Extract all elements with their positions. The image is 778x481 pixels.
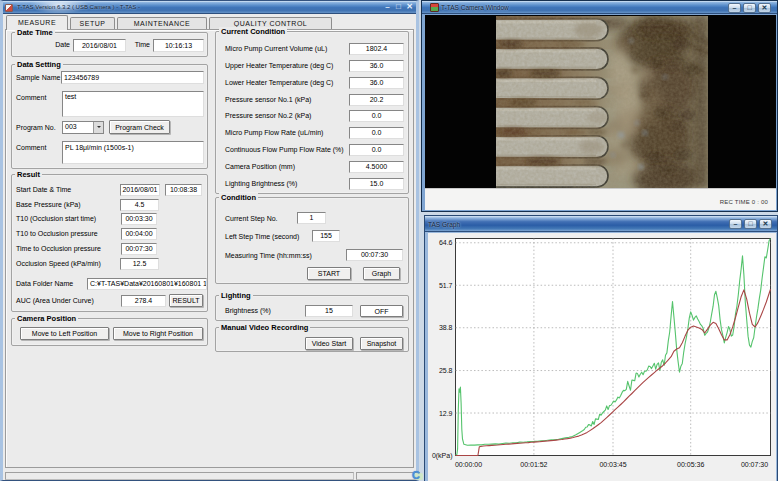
window-controls: – □ ✕: [383, 2, 414, 11]
date-label: Date: [42, 40, 70, 50]
cc-value-3: 20.2: [349, 94, 404, 106]
camera-window-title: T-TAS Camera Window: [441, 4, 509, 11]
brightness-label: Brightness (%): [225, 306, 271, 316]
group-current-condition: Current Condition Micro Pump Current Vol…: [215, 31, 409, 194]
move-left-button[interactable]: Move to Left Position: [20, 327, 109, 340]
sample-name-label: Sample Name: [16, 73, 60, 83]
auc-field: 278.4: [121, 295, 166, 307]
minimize-icon[interactable]: –: [383, 2, 392, 11]
x-tick-label: 00:01:52: [520, 461, 547, 468]
lighting-off-button[interactable]: OFF: [360, 305, 403, 317]
base-pressure-label: Base Pressure (kPa): [16, 200, 81, 210]
start-button[interactable]: START: [307, 267, 351, 280]
y-tick-label: 51.7: [439, 282, 453, 289]
date-field: 2016/08/01: [73, 39, 126, 52]
move-right-button[interactable]: Move to Right Position: [113, 327, 203, 340]
group-legend: Manual Video Recording: [219, 323, 310, 332]
group-condition: Condition Current Step No. 1 Left Step T…: [215, 197, 409, 284]
close-icon[interactable]: ✕: [405, 2, 414, 11]
program-no-select[interactable]: 003: [62, 121, 104, 134]
camera-view: [425, 15, 776, 188]
cc-label-5: Micro Pump Flow Rate (uL/min): [225, 128, 323, 138]
program-no-label: Program No.: [16, 123, 56, 133]
y-tick-label: 64.6: [439, 239, 453, 246]
data-folder-field: C:¥T-TAS¥Data¥20160801¥160801 10: [87, 278, 207, 290]
desktop: T-TAS Version 6.3.2 ( USB Camera ) - T-T…: [0, 0, 778, 481]
current-step-label: Current Step No.: [225, 214, 278, 224]
close-glyph: ✕: [759, 4, 770, 12]
close-icon[interactable]: ✕: [758, 3, 771, 13]
current-step-field: 1: [297, 212, 326, 224]
camera-status-bar: REC TIME 0 : 00: [425, 188, 776, 210]
y-tick-label: 12.9: [439, 410, 453, 417]
cc-value-0: 1802.4: [349, 43, 404, 55]
cc-value-6: 0.0: [349, 144, 404, 156]
group-legend: Result: [15, 170, 42, 179]
result-button[interactable]: RESULT: [169, 294, 203, 307]
minimize-icon[interactable]: –: [729, 219, 742, 229]
time-occlusion-label: Time to Occlusion pressure: [16, 244, 101, 254]
snapshot-button[interactable]: Snapshot: [360, 337, 403, 350]
y-tick-label: 0(kPa): [432, 452, 453, 460]
maximize-icon[interactable]: □: [394, 2, 403, 11]
close-glyph: ✕: [760, 220, 771, 228]
desktop-icon-c[interactable]: C: [412, 469, 426, 481]
maximize-glyph: □: [744, 4, 755, 12]
graph-title-bar[interactable]: TAS Graph – □ ✕: [425, 216, 777, 232]
measuring-time-label: Measuring Time (hh:mm:ss): [225, 251, 312, 261]
comment-label: Comment: [16, 93, 46, 103]
cc-label-8: Lighting Brightness (%): [225, 179, 297, 189]
group-legend: Date Time: [15, 28, 55, 37]
microscopy-image: [425, 15, 776, 188]
pressure-chart: 64.651.738.825.812.90(kPa)00:00:0000:01:…: [428, 233, 776, 481]
base-pressure-field: 4.5: [120, 199, 159, 211]
minimize-glyph: –: [729, 4, 740, 12]
close-glyph: ✕: [405, 2, 414, 11]
maximize-icon[interactable]: □: [743, 3, 756, 13]
cc-value-1: 36.0: [349, 60, 404, 72]
cc-label-0: Micro Pump Current Volume (uL): [225, 44, 327, 54]
x-tick-label: 00:05:36: [677, 461, 704, 468]
comment-input[interactable]: test: [62, 91, 204, 117]
y-tick-label: 38.8: [439, 324, 453, 331]
program-check-button[interactable]: Program Check: [109, 120, 170, 134]
chevron-down-icon[interactable]: [93, 122, 103, 133]
graph-client: 64.651.738.825.812.90(kPa)00:00:0000:01:…: [428, 233, 776, 481]
window-controls: – □ ✕: [729, 219, 772, 229]
time-occlusion-field: 00:07:30: [121, 243, 157, 255]
maximize-glyph: □: [394, 2, 403, 11]
group-legend: Condition: [219, 193, 258, 202]
cc-value-8: 15.0: [349, 178, 404, 190]
group-legend: Lighting: [219, 291, 253, 300]
cc-label-4: Pressure sensor No.2 (kPa): [225, 111, 311, 121]
left-step-field: 155: [312, 230, 340, 242]
t10-start-label: T10 (Occlusion start time): [16, 214, 96, 224]
group-manual-video: Manual Video Recording Video Start Snaps…: [215, 327, 409, 352]
video-start-button[interactable]: Video Start: [305, 337, 353, 350]
status-bar-cell: [356, 472, 420, 480]
graph-button[interactable]: Graph: [363, 267, 400, 280]
x-tick-label: 00:03:45: [599, 461, 626, 468]
cc-label-3: Pressure sensor No.1 (kPa): [225, 95, 311, 105]
minimize-glyph: –: [383, 2, 392, 11]
auc-label: AUC (Area Under Curve): [16, 296, 94, 306]
sample-name-input[interactable]: 123456789: [61, 71, 204, 84]
brightness-field[interactable]: 15: [305, 305, 353, 317]
comment2-label: Comment: [16, 143, 46, 153]
minimize-glyph: –: [730, 220, 741, 228]
graph-window: TAS Graph – □ ✕ 64.651.738.825.812.90(kP…: [424, 215, 778, 481]
maximize-icon[interactable]: □: [744, 219, 757, 229]
time-field: 10:16:13: [153, 39, 204, 52]
program-comment-field: PL 18μl/min (1500s-1): [62, 141, 204, 164]
time-label: Time: [128, 40, 150, 50]
start-time-field: 10:08:38: [165, 184, 202, 196]
main-title-bar[interactable]: T-TAS Version 6.3.2 ( USB Camera ) - T-T…: [3, 1, 416, 14]
occlusion-speed-label: Occlusion Speed (kPa/min): [16, 259, 101, 269]
y-tick-label: 25.8: [439, 367, 453, 374]
camera-title-bar[interactable]: T-TAS Camera Window – □ ✕: [422, 1, 777, 14]
graph-window-title: TAS Graph: [428, 221, 460, 228]
window-controls: – □ ✕: [728, 3, 771, 13]
minimize-icon[interactable]: –: [728, 3, 741, 13]
group-result: Result Start Date & Time 2016/08/01 10:0…: [11, 174, 208, 312]
close-icon[interactable]: ✕: [759, 219, 772, 229]
